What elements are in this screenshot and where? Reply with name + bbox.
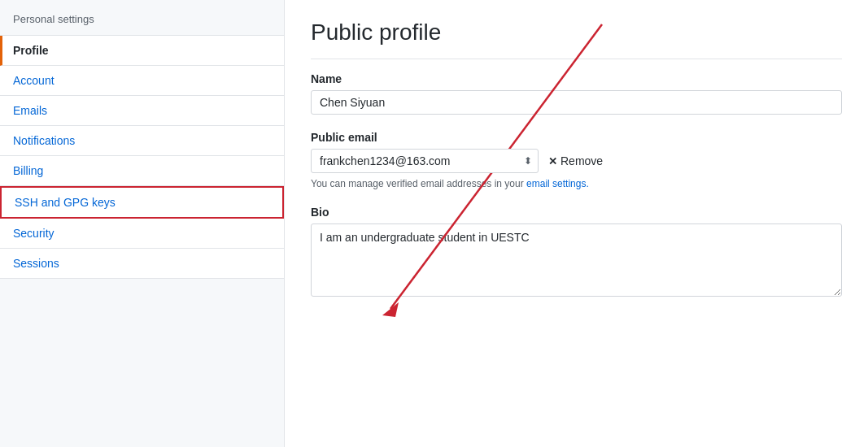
- sidebar-item-profile[interactable]: Profile: [0, 36, 284, 66]
- sidebar-item-security[interactable]: Security: [0, 219, 284, 249]
- help-text-prefix: You can manage verified email addresses …: [311, 178, 526, 189]
- sidebar-item-emails[interactable]: Emails: [0, 96, 284, 126]
- email-row: frankchen1234@163.com ⬍ ✕ Remove: [311, 149, 842, 173]
- sidebar-item-billing[interactable]: Billing: [0, 156, 284, 186]
- email-select-wrapper: frankchen1234@163.com ⬍: [311, 149, 539, 173]
- bio-form-group: Bio I am an undergraduate student in UES…: [311, 206, 842, 299]
- sidebar-item-account[interactable]: Account: [0, 66, 284, 96]
- public-email-form-group: Public email frankchen1234@163.com ⬍ ✕ R…: [311, 131, 842, 189]
- name-input[interactable]: [311, 90, 842, 115]
- public-email-label: Public email: [311, 131, 842, 144]
- name-label: Name: [311, 72, 842, 85]
- sidebar-item-sessions[interactable]: Sessions: [0, 249, 284, 279]
- email-settings-link[interactable]: email settings.: [526, 178, 589, 189]
- bio-label: Bio: [311, 206, 842, 219]
- remove-email-button[interactable]: ✕ Remove: [545, 151, 606, 171]
- main-content: Public profile Name Public email frankch…: [285, 0, 868, 447]
- name-form-group: Name: [311, 72, 842, 115]
- email-help-text: You can manage verified email addresses …: [311, 178, 842, 189]
- sidebar-item-notifications[interactable]: Notifications: [0, 126, 284, 156]
- bio-textarea[interactable]: I am an undergraduate student in UESTC: [311, 224, 842, 297]
- public-email-select[interactable]: frankchen1234@163.com: [311, 149, 539, 173]
- sidebar: Personal settings ProfileAccountEmailsNo…: [0, 0, 285, 447]
- remove-btn-label: Remove: [560, 154, 603, 167]
- svg-marker-1: [382, 302, 399, 317]
- page-title: Public profile: [311, 20, 842, 59]
- sidebar-item-ssh-gpg-keys[interactable]: SSH and GPG keys: [0, 186, 284, 219]
- remove-x-icon: ✕: [548, 155, 557, 167]
- sidebar-title: Personal settings: [0, 0, 284, 36]
